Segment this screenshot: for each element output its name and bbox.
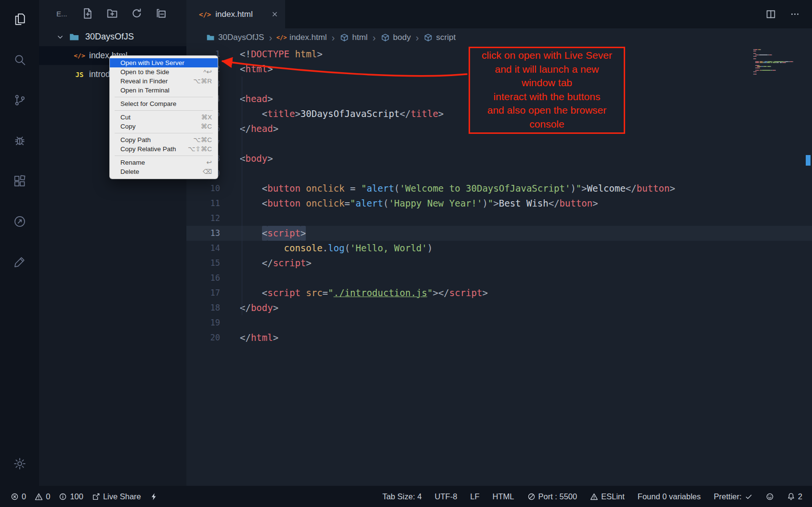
folder-root-30daysofjs[interactable]: 30DaysOfJS	[39, 27, 186, 46]
breadcrumb-30daysofjs[interactable]: 30DaysOfJS	[206, 33, 264, 42]
files-icon[interactable]	[8, 8, 31, 31]
menu-item-select-for-compare[interactable]: Select for Compare	[110, 99, 218, 108]
editor-actions	[766, 0, 812, 28]
menu-item-label: Rename	[120, 158, 145, 167]
source-control-icon[interactable]	[8, 89, 31, 112]
status-prettier[interactable]: Prettier:	[714, 492, 753, 501]
status-label: 100	[70, 492, 83, 501]
breadcrumb-html[interactable]: html	[340, 33, 367, 42]
folder-icon	[206, 33, 215, 42]
line-number[interactable]: 11	[186, 196, 224, 211]
menu-item-copy-path[interactable]: Copy Path⌥⌘C	[110, 135, 218, 144]
menu-item-shortcut: ⌥⇧⌘C	[188, 144, 212, 154]
code-line-7[interactable]: 7	[186, 136, 812, 151]
line-number[interactable]: 18	[186, 300, 224, 315]
breadcrumb-index-html[interactable]: </>index.html	[277, 33, 327, 42]
status-port-5500[interactable]: Port : 5500	[527, 492, 577, 501]
split-editor-icon[interactable]	[766, 9, 776, 20]
line-number[interactable]: 14	[186, 241, 224, 256]
collapse-all-icon[interactable]	[156, 8, 168, 20]
explorer-actions	[82, 8, 180, 20]
menu-item-reveal-in-finder[interactable]: Reveal in Finder⌥⌘R	[110, 77, 218, 86]
status-0[interactable]: 0	[35, 492, 50, 501]
menu-item-shortcut: ^↩	[203, 67, 212, 77]
code-line-12[interactable]: 12	[186, 211, 812, 226]
code-line-15[interactable]: 15 </script>	[186, 256, 812, 271]
code-line-content: </head>	[224, 121, 278, 136]
annotation-line: click on open with Live Sever	[482, 49, 612, 63]
close-tab-icon[interactable]	[270, 10, 279, 19]
new-folder-icon[interactable]	[106, 8, 119, 20]
status-live-share[interactable]: Live Share	[92, 492, 141, 501]
refresh-icon[interactable]	[131, 8, 144, 20]
extensions-icon[interactable]	[8, 169, 31, 193]
breadcrumb-separator: ›	[372, 32, 376, 43]
status-html[interactable]: HTML	[493, 492, 514, 501]
live-share-icon[interactable]	[8, 210, 31, 233]
write-icon[interactable]	[8, 250, 31, 273]
status-label: LF	[470, 492, 479, 501]
breadcrumb-label: index.html	[289, 33, 327, 42]
code-line-16[interactable]: 16	[186, 271, 812, 286]
status-0[interactable]: 0	[11, 492, 26, 501]
status-eslint[interactable]: ESLint	[590, 492, 625, 501]
code-line-11[interactable]: 11 <button onclick="alert('Happy New Yea…	[186, 196, 812, 211]
code-line-content: <body>	[224, 151, 273, 166]
status-label: UTF-8	[435, 492, 458, 501]
line-number[interactable]: 15	[186, 256, 224, 271]
line-number[interactable]: 19	[186, 315, 224, 330]
code-line-19[interactable]: 19	[186, 315, 812, 330]
code-line-18[interactable]: 18</body>	[186, 300, 812, 315]
code-line-17[interactable]: 17 <script src="./introduction.js"></scr…	[186, 286, 812, 300]
search-icon[interactable]	[8, 48, 31, 71]
menu-item-label: Reveal in Finder	[120, 77, 168, 86]
breadcrumb-body[interactable]: body	[380, 33, 411, 42]
status-2[interactable]: 2	[787, 492, 802, 501]
menu-item-copy-relative-path[interactable]: Copy Relative Path⌥⇧⌘C	[110, 144, 218, 154]
breadcrumb-script[interactable]: script	[424, 33, 456, 42]
line-number[interactable]: 12	[186, 211, 224, 226]
line-number[interactable]: 20	[186, 330, 224, 345]
menu-item-cut[interactable]: Cut⌘X	[110, 113, 218, 122]
folder-icon	[69, 32, 79, 42]
status-100[interactable]: 100	[59, 492, 83, 501]
line-number[interactable]: 10	[186, 181, 224, 196]
settings-gear-icon[interactable]	[8, 452, 31, 475]
status-bar: 00100Live Share Tab Size: 4UTF-8LFHTMLPo…	[0, 486, 812, 507]
code-line-14[interactable]: 14 console.log('Hello, World')	[186, 241, 812, 256]
code-line-10[interactable]: 10 <button onclick = "alert('Welcome to …	[186, 181, 812, 196]
menu-item-open-in-terminal[interactable]: Open in Terminal	[110, 86, 218, 95]
line-number[interactable]: 13	[186, 226, 224, 241]
code-line-content: </script>	[224, 256, 312, 271]
status-smiley[interactable]	[766, 493, 774, 501]
code-line-13[interactable]: 13 <script>	[186, 226, 812, 241]
minimap[interactable]	[753, 49, 798, 75]
code-line-8[interactable]: 8<body>	[186, 151, 812, 166]
status-bolt[interactable]	[150, 493, 158, 501]
code-line-content	[224, 211, 240, 226]
status-found-0-variables[interactable]: Found 0 variables	[638, 492, 701, 501]
annotation-line: interact with the buttons	[494, 90, 601, 104]
menu-item-open-with-live-server[interactable]: Open with Live Server	[110, 58, 218, 67]
menu-item-rename[interactable]: Rename↩	[110, 158, 218, 167]
menu-separator	[115, 110, 213, 111]
tab-index-html[interactable]: </> index.html	[186, 0, 285, 28]
code-line-20[interactable]: 20</html>	[186, 330, 812, 345]
code-line-9[interactable]: 9	[186, 166, 812, 181]
line-number[interactable]: 16	[186, 271, 224, 286]
status-tab-size-4[interactable]: Tab Size: 4	[382, 492, 422, 501]
new-file-icon[interactable]	[82, 8, 94, 20]
more-actions-icon[interactable]	[790, 9, 800, 20]
menu-item-label: Copy Relative Path	[120, 144, 176, 154]
menu-item-open-to-the-side[interactable]: Open to the Side^↩	[110, 67, 218, 77]
line-number[interactable]: 17	[186, 286, 224, 300]
code-line-content: <title>30DaysOfJavaScript</title>	[224, 106, 444, 121]
debug-icon[interactable]	[8, 129, 31, 152]
status-utf-8[interactable]: UTF-8	[435, 492, 458, 501]
code-line-content: </body>	[224, 300, 278, 315]
menu-item-shortcut: ⌥⌘C	[193, 135, 212, 144]
menu-item-delete[interactable]: Delete⌫	[110, 167, 218, 176]
menu-item-copy[interactable]: Copy⌘C	[110, 122, 218, 131]
status-lf[interactable]: LF	[470, 492, 479, 501]
bolt-icon	[150, 493, 158, 501]
